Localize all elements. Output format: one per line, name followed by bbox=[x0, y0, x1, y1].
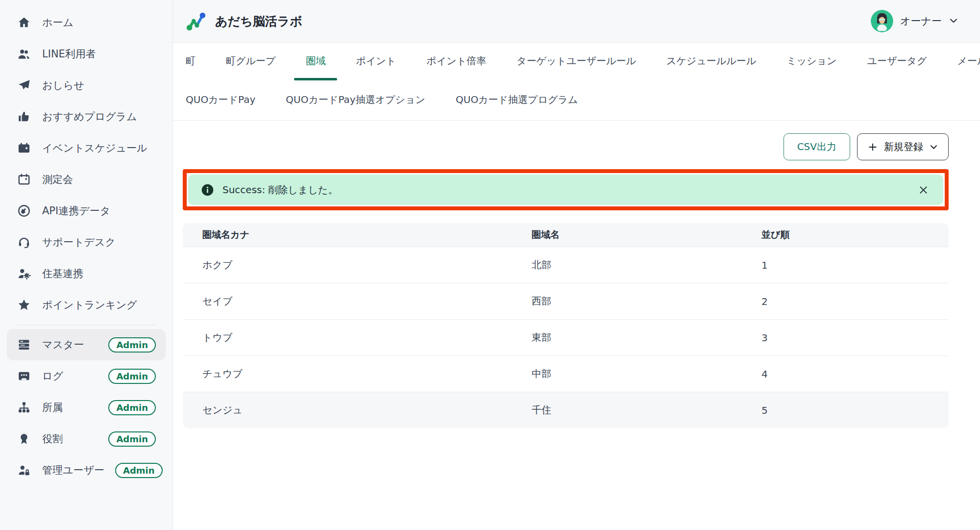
csv-export-button[interactable]: CSV出力 bbox=[784, 133, 850, 160]
page-title: あだち脳活ラボ bbox=[215, 13, 302, 29]
tab-quo-card-pay-lottery-option[interactable]: QUOカードPay抽選オプション bbox=[285, 93, 426, 106]
calendar-filled-icon bbox=[17, 141, 31, 155]
sidebar-item-label: ログ bbox=[42, 369, 63, 383]
server-icon bbox=[17, 337, 31, 352]
avatar bbox=[871, 10, 893, 32]
tab-mail-destination[interactable]: メール送信先 bbox=[956, 52, 980, 80]
sidebar-item-label: API連携データ bbox=[42, 204, 110, 218]
admin-badge: Admin bbox=[108, 431, 156, 447]
sidebar-item-label: ポイントランキング bbox=[42, 298, 137, 312]
alert-close-button[interactable] bbox=[916, 183, 931, 197]
sidebar-item-notices[interactable]: おしらせ bbox=[7, 70, 166, 101]
sidebar-item-event-schedule[interactable]: イベントスケジュール bbox=[7, 132, 166, 164]
tab-point[interactable]: ポイント bbox=[355, 52, 397, 80]
user-menu[interactable]: オーナー bbox=[871, 10, 958, 32]
sidebar-item-support-desk[interactable]: サポートデスク bbox=[7, 227, 166, 258]
table-row[interactable]: トウブ東部3 bbox=[183, 319, 949, 355]
table-header-row: 圏域名カナ圏域名並び順 bbox=[183, 223, 949, 247]
tab-town-group[interactable]: 町グループ bbox=[225, 52, 276, 80]
tab-quo-card-pay[interactable]: QUOカードPay bbox=[185, 93, 256, 106]
app-root: ホームLINE利用者おしらせおすすめプログラムイベントスケジュール測定会API連… bbox=[0, 0, 980, 530]
sidebar-item-label: 管理ユーザー bbox=[42, 463, 104, 477]
tab-row-2: QUOカードPayQUOカードPay抽選オプションQUOカード抽選プログラム bbox=[185, 80, 968, 120]
tab-user-tag[interactable]: ユーザータグ bbox=[866, 52, 928, 80]
tab-point-rate[interactable]: ポイント倍率 bbox=[425, 52, 487, 80]
content: CSV出力 新規登録 Success: 削除し bbox=[173, 121, 980, 530]
tab-schedule-rule[interactable]: スケジュールルール bbox=[665, 52, 757, 80]
table-cell: セイブ bbox=[183, 295, 512, 308]
paper-plane-icon bbox=[17, 78, 31, 93]
new-registration-button[interactable]: 新規登録 bbox=[857, 133, 949, 160]
areas-table: 圏域名カナ圏域名並び順 ホクブ北部1セイブ西部2トウブ東部3チュウブ中部4センジ… bbox=[183, 223, 949, 428]
sidebar-item-home[interactable]: ホーム bbox=[7, 7, 166, 38]
tabs-bar: 町町グループ圏域ポイントポイント倍率ターゲットユーザールールスケジュールルールミ… bbox=[173, 43, 980, 121]
table-cell: 1 bbox=[742, 259, 949, 271]
sidebar-item-measurement-events[interactable]: 測定会 bbox=[7, 164, 166, 195]
sidebar-item-api-link-data[interactable]: API連携データ bbox=[7, 195, 166, 227]
user-lock-icon bbox=[17, 463, 31, 478]
user-role-label: オーナー bbox=[900, 14, 942, 28]
calendar-outline-icon bbox=[17, 172, 31, 187]
sidebar-item-juki-renkei[interactable]: 住基連携 bbox=[7, 258, 166, 289]
table-cell: トウブ bbox=[183, 331, 512, 344]
admin-badge: Admin bbox=[108, 337, 156, 353]
close-icon bbox=[918, 185, 929, 195]
sidebar-item-line-users[interactable]: LINE利用者 bbox=[7, 38, 166, 70]
sidebar-item-point-ranking[interactable]: ポイントランキング bbox=[7, 289, 166, 321]
chevron-down-icon bbox=[929, 142, 938, 151]
sidebar-item-label: おしらせ bbox=[42, 78, 84, 92]
thumbs-up-icon bbox=[17, 109, 31, 124]
tab-mission[interactable]: ミッション bbox=[785, 52, 837, 80]
sidebar-item-label: ホーム bbox=[42, 16, 74, 29]
annotation-highlight-box: Success: 削除しました。 bbox=[183, 169, 949, 210]
sidebar-item-label: 役割 bbox=[42, 432, 63, 446]
sidebar-item-affiliation[interactable]: 所属Admin bbox=[7, 392, 166, 423]
tab-town[interactable]: 町 bbox=[185, 52, 196, 80]
table-cell: チュウブ bbox=[183, 367, 512, 380]
sidebar-item-label: イベントスケジュール bbox=[42, 141, 147, 155]
sidebar-item-log[interactable]: ログAdmin bbox=[7, 360, 166, 392]
success-alert: Success: 削除しました。 bbox=[188, 175, 943, 205]
table-row[interactable]: チュウブ中部4 bbox=[183, 355, 949, 392]
sidebar-item-label: 測定会 bbox=[42, 173, 73, 186]
tab-quo-card-lottery-program[interactable]: QUOカード抽選プログラム bbox=[455, 93, 579, 106]
cassette-icon bbox=[17, 369, 31, 383]
table-cell: 千住 bbox=[512, 404, 742, 417]
column-header: 圏域名カナ bbox=[183, 228, 512, 241]
chevron-down-icon bbox=[949, 16, 958, 27]
sidebar-item-recommended-programs[interactable]: おすすめプログラム bbox=[7, 101, 166, 132]
admin-badge: Admin bbox=[115, 463, 163, 478]
sidebar-item-label: 所属 bbox=[42, 401, 63, 414]
tab-row-1: 町町グループ圏域ポイントポイント倍率ターゲットユーザールールスケジュールルールミ… bbox=[185, 52, 968, 80]
table-row[interactable]: センジュ千住5 bbox=[183, 392, 949, 428]
sidebar-item-label: マスター bbox=[42, 338, 84, 352]
toolbar: CSV出力 新規登録 bbox=[183, 133, 949, 160]
headset-icon bbox=[17, 235, 31, 250]
sidebar-nav: ホームLINE利用者おしらせおすすめプログラムイベントスケジュール測定会API連… bbox=[7, 7, 166, 486]
topbar: あだち脳活ラボ オーナー bbox=[173, 0, 980, 43]
user-gear-icon bbox=[17, 266, 31, 281]
table-cell: 東部 bbox=[512, 331, 742, 344]
table-cell: 北部 bbox=[512, 258, 742, 272]
table-cell: ホクブ bbox=[183, 258, 512, 272]
sidebar-item-label: おすすめプログラム bbox=[42, 110, 137, 124]
users-icon bbox=[17, 47, 31, 61]
sidebar-item-label: 住基連携 bbox=[42, 267, 83, 280]
column-header: 並び順 bbox=[742, 228, 949, 241]
admin-badge: Admin bbox=[108, 369, 156, 384]
table-cell: 2 bbox=[742, 296, 949, 307]
tab-area[interactable]: 圏域 bbox=[305, 52, 326, 80]
brand: あだち脳活ラボ bbox=[185, 10, 302, 32]
sidebar-item-admin-users[interactable]: 管理ユーザーAdmin bbox=[7, 454, 166, 486]
table-row[interactable]: ホクブ北部1 bbox=[183, 247, 949, 283]
admin-badge: Admin bbox=[108, 400, 156, 415]
info-icon bbox=[201, 183, 214, 197]
sidebar-item-master[interactable]: マスターAdmin bbox=[7, 329, 166, 360]
table-body: ホクブ北部1セイブ西部2トウブ東部3チュウブ中部4センジュ千住5 bbox=[183, 247, 949, 428]
new-registration-label: 新規登録 bbox=[884, 140, 923, 153]
award-icon bbox=[17, 431, 31, 446]
sidebar-divider bbox=[17, 325, 156, 325]
tab-target-user-rule[interactable]: ターゲットユーザールール bbox=[515, 52, 637, 80]
table-row[interactable]: セイブ西部2 bbox=[183, 283, 949, 319]
sidebar-item-role[interactable]: 役割Admin bbox=[7, 423, 166, 454]
